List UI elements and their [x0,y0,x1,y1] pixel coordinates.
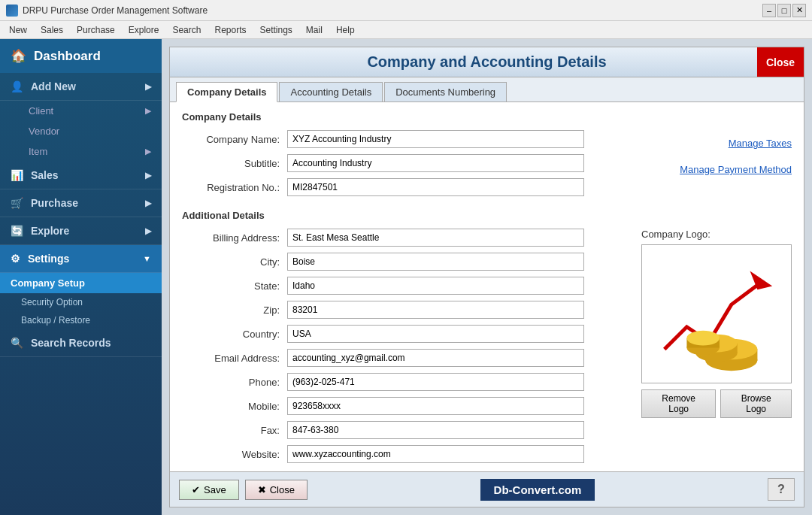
company-name-input[interactable] [287,130,584,148]
company-section-layout: Company Name: Subtitle: Registration No.… [182,130,792,202]
state-row: State: [182,277,634,295]
company-logo-image [642,245,791,383]
bottom-left: ✔ Save ✖ Close [179,480,308,500]
country-row: Country: [182,325,634,343]
search-records-icon: 🔍 [11,337,23,349]
sales-arrow: ▶ [145,171,151,180]
sidebar-item-company-setup[interactable]: Company Setup [0,273,162,293]
maximize-button[interactable]: □ [777,4,791,17]
tab-accounting-details[interactable]: Accounting Details [279,82,383,101]
sidebar-item-dashboard[interactable]: 🏠 Dashboard [0,39,162,73]
client-arrow: ▶ [145,106,151,116]
watermark: Db-Convert.com [480,479,595,501]
help-button[interactable]: ? [768,478,795,501]
tab-company-details[interactable]: Company Details [176,82,277,102]
company-fields: Company Name: Subtitle: Registration No.… [182,130,629,202]
content-area: Company and Accounting Details Close Com… [162,39,812,515]
menu-settings[interactable]: Settings [254,23,298,37]
state-input[interactable] [287,277,584,295]
tab-documents-numbering[interactable]: Documents Numbering [384,82,507,101]
email-input[interactable] [287,349,584,367]
billing-address-label: Billing Address: [182,232,287,244]
zip-input[interactable] [287,301,584,319]
menubar: New Sales Purchase Explore Search Report… [0,21,812,39]
window-close-button[interactable]: ✕ [792,4,806,17]
country-input[interactable] [287,325,584,343]
registration-row: Registration No.: [182,178,629,196]
sidebar-item-purchase[interactable]: 🛒 Purchase ▶ [0,189,162,217]
sidebar-item-backup-restore[interactable]: Backup / Restore [0,311,162,329]
titlebar-controls: – □ ✕ [762,4,806,17]
close-button[interactable]: ✖ Close [245,480,308,500]
item-label: Item [29,146,47,157]
main-layout: 🏠 Dashboard 👤 Add New ▶ Client ▶ Vendor … [0,39,812,515]
sidebar-item-vendor[interactable]: Vendor [0,121,162,141]
menu-purchase[interactable]: Purchase [71,23,121,37]
settings-arrow: ▼ [143,254,151,263]
form-content: Company Details Company Name: Subtitle: … [170,102,804,471]
fax-label: Fax: [182,425,287,436]
sidebar-purchase-label: Purchase [31,197,78,209]
additional-layout: Billing Address: City: State: [182,229,792,469]
app-title: DRPU Purchase Order Management Software [23,5,208,16]
menu-explore[interactable]: Explore [123,23,165,37]
save-button[interactable]: ✔ Save [179,480,239,500]
remove-logo-button[interactable]: Remove Logo [641,389,716,418]
sidebar-item-settings[interactable]: ⚙ Settings ▼ [0,245,162,273]
titlebar: DRPU Purchase Order Management Software … [0,0,812,21]
menu-search[interactable]: Search [166,23,207,37]
panel-title: Company and Accounting Details [367,53,606,71]
email-label: Email Address: [182,353,287,364]
city-input[interactable] [287,253,584,271]
panel-close-button[interactable]: Close [757,47,804,77]
app-icon [6,5,18,17]
website-row: Website: [182,445,634,463]
mobile-input[interactable] [287,397,584,415]
vendor-label: Vendor [29,126,59,137]
sidebar: 🏠 Dashboard 👤 Add New ▶ Client ▶ Vendor … [0,39,162,515]
manage-links: Manage Taxes Manage Payment Method [641,130,792,202]
billing-address-input[interactable] [287,229,584,247]
sidebar-item-explore[interactable]: 🔄 Explore ▶ [0,217,162,245]
company-name-row: Company Name: [182,130,629,148]
backup-restore-label: Backup / Restore [21,315,90,326]
fax-row: Fax: [182,421,634,439]
state-label: State: [182,280,287,292]
menu-sales[interactable]: Sales [35,23,69,37]
subtitle-label: Subtitle: [182,158,287,169]
phone-input[interactable] [287,373,584,391]
manage-taxes-link[interactable]: Manage Taxes [729,138,792,149]
browse-logo-button[interactable]: Browse Logo [720,389,792,418]
explore-arrow: ▶ [145,226,151,236]
purchase-icon: 🛒 [11,197,23,209]
svg-point-9 [686,331,720,346]
sidebar-item-search-records[interactable]: 🔍 Search Records [0,329,162,357]
menu-reports[interactable]: Reports [208,23,252,37]
sidebar-search-records-label: Search Records [31,337,111,349]
security-option-label: Security Option [21,297,83,307]
menu-help[interactable]: Help [330,23,361,37]
menu-new[interactable]: New [3,23,33,37]
sidebar-item-item[interactable]: Item ▶ [0,141,162,162]
sidebar-item-add-new[interactable]: 👤 Add New ▶ [0,73,162,101]
sidebar-item-sales[interactable]: 📊 Sales ▶ [0,162,162,189]
additional-section: Additional Details Billing Address: City… [182,210,792,469]
purchase-arrow: ▶ [145,198,151,208]
sidebar-sales-label: Sales [31,169,59,181]
website-input[interactable] [287,445,584,463]
tabs-bar: Company Details Accounting Details Docum… [170,77,804,102]
logo-buttons: Remove Logo Browse Logo [641,389,792,418]
menu-mail[interactable]: Mail [300,23,329,37]
titlebar-left: DRPU Purchase Order Management Software [6,5,208,17]
minimize-button[interactable]: – [762,4,776,17]
subtitle-input[interactable] [287,154,584,172]
dashboard-label: Dashboard [34,49,101,64]
save-label: Save [204,484,226,495]
manage-payment-link[interactable]: Manage Payment Method [680,164,792,175]
sidebar-item-security-option[interactable]: Security Option [0,293,162,311]
fax-input[interactable] [287,421,584,439]
logo-section: Company Logo: [641,229,792,469]
sidebar-item-client[interactable]: Client ▶ [0,101,162,121]
registration-input[interactable] [287,178,584,196]
mobile-label: Mobile: [182,401,287,412]
